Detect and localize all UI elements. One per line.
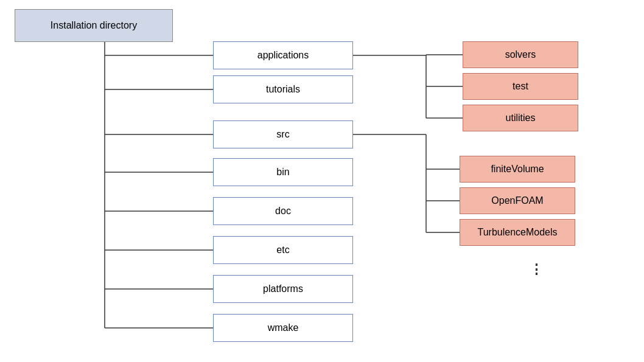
platforms-node: platforms [213,275,353,303]
root-label: Installation directory [51,20,137,31]
tutorials-label: tutorials [266,84,300,95]
dots-text: ⋮ [530,262,543,277]
wmake-node: wmake [213,314,353,342]
bin-node: bin [213,158,353,186]
test-node: test [463,73,578,100]
platforms-label: platforms [263,284,303,294]
bin-label: bin [276,167,289,178]
root-node: Installation directory [15,9,173,42]
src-label: src [276,129,289,140]
utilities-label: utilities [506,113,536,124]
src-node: src [213,120,353,148]
solvers-node: solvers [463,41,578,68]
test-label: test [513,81,528,92]
openfoam-node: OpenFOAM [460,187,575,214]
turbulencemodels-node: TurbulenceModels [460,219,575,246]
tutorials-node: tutorials [213,75,353,103]
finitevolume-node: finiteVolume [460,156,575,183]
utilities-node: utilities [463,105,578,131]
etc-label: etc [276,245,289,256]
applications-node: applications [213,41,353,69]
finitevolume-label: finiteVolume [491,164,544,175]
doc-label: doc [275,206,291,217]
turbulencemodels-label: TurbulenceModels [477,227,557,238]
applications-label: applications [257,50,309,61]
ellipsis: ⋮ [530,262,543,277]
doc-node: doc [213,197,353,225]
solvers-label: solvers [505,49,536,60]
etc-node: etc [213,236,353,264]
openfoam-label: OpenFOAM [491,195,543,206]
wmake-label: wmake [268,322,299,333]
diagram: Installation directory applications tuto… [0,0,644,362]
